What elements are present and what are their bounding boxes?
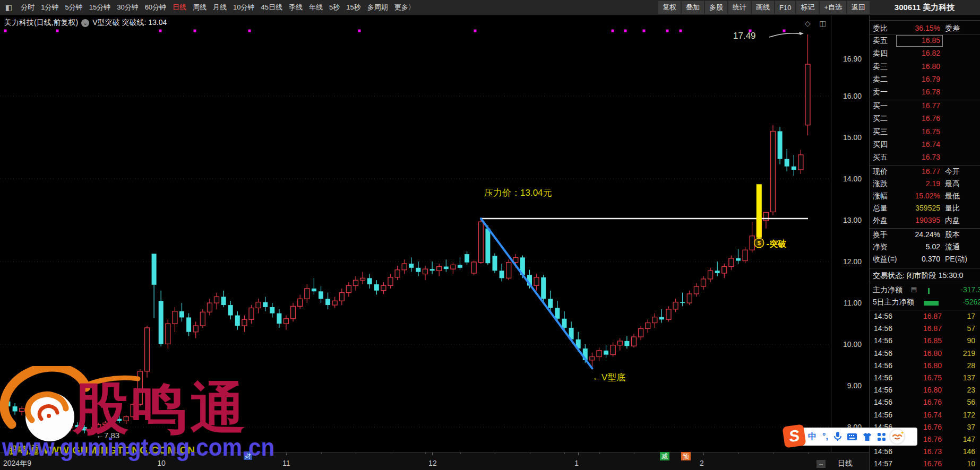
month-label: 1	[574, 459, 579, 467]
stat-right-label: 流通	[945, 242, 960, 252]
period-item-日线[interactable]: 日线	[173, 3, 186, 12]
ask-level-label: 卖三	[873, 62, 888, 72]
candle	[305, 284, 310, 303]
tick-price: 16.76	[912, 459, 942, 468]
period-item-分时[interactable]: 分时	[21, 3, 35, 12]
toolbox-grid-icon[interactable]	[878, 433, 886, 441]
ask-row[interactable]: 卖三16.80	[870, 62, 980, 74]
candle	[763, 212, 768, 228]
bid-row[interactable]: 买一16.77	[870, 101, 980, 113]
language-toggle-icon[interactable]: 中	[808, 431, 816, 442]
period-item-更多[interactable]: 更多〉	[394, 3, 415, 12]
period-item-多周期[interactable]: 多周期	[367, 3, 388, 12]
bid-price: 16.73	[922, 153, 940, 161]
month-label: 12	[428, 459, 437, 467]
price-axis-label: 16.90	[843, 55, 862, 63]
toolbar-button-叠加[interactable]: 叠加	[682, 1, 704, 14]
price-axis-label: 10.00	[843, 340, 862, 349]
period-item-月线[interactable]: 月线	[213, 3, 227, 12]
candle	[374, 280, 379, 294]
period-item-5秒[interactable]: 5秒	[329, 3, 340, 12]
flag-badge-减[interactable]: 减	[660, 452, 669, 460]
signal-dot	[624, 30, 627, 32]
ask-row[interactable]: 卖五16.85	[870, 36, 980, 48]
bid-row[interactable]: 买三16.75	[870, 127, 980, 139]
bid-level-label: 买三	[873, 127, 888, 137]
bid-row[interactable]: 买四16.74	[870, 140, 980, 152]
candle	[200, 309, 205, 328]
toolbar-button-多股[interactable]: 多股	[705, 1, 727, 14]
ask-row[interactable]: 卖一16.78	[870, 88, 980, 99]
period-item-年线[interactable]: 年线	[309, 3, 323, 12]
toolbar-button-统计[interactable]: 统计	[728, 1, 751, 14]
stat-value: 359525	[915, 204, 940, 212]
zoom-out-button[interactable]: --	[816, 460, 826, 468]
period-item-60分钟[interactable]: 60分钟	[145, 3, 166, 12]
assistant-face-icon[interactable]: ✦	[890, 429, 905, 444]
stat-row: 净资5.02流通	[870, 242, 980, 254]
minor-tick	[564, 452, 565, 454]
panel-divider	[870, 100, 980, 100]
input-method-toolbar: S 中 °, ✦	[785, 428, 917, 446]
window-icon[interactable]: ◧	[5, 3, 12, 12]
candle	[666, 306, 671, 321]
toolbar-button-画线[interactable]: 画线	[752, 1, 774, 14]
sogou-logo-icon[interactable]: S	[782, 424, 806, 448]
candle	[792, 155, 796, 176]
flow5-label: 5日主力净额	[873, 298, 914, 307]
toolbar-button-返回[interactable]: 返回	[847, 1, 870, 14]
stat-row: 总量359525量比	[870, 204, 980, 215]
period-item-15秒[interactable]: 15秒	[346, 3, 360, 12]
candle	[193, 321, 198, 338]
keyboard-icon[interactable]	[847, 433, 857, 440]
ask-row[interactable]: 卖二16.79	[870, 75, 980, 86]
breakout-marker-bar	[757, 184, 762, 238]
candle	[159, 291, 164, 346]
price-axis-label: 13.00	[843, 216, 862, 224]
period-item-季线[interactable]: 季线	[289, 3, 303, 12]
minor-tick	[634, 452, 634, 454]
v-bottom-label: ←V型底	[592, 371, 625, 384]
toolbar-button-标记[interactable]: 标记	[796, 1, 819, 14]
v-trend-line	[481, 219, 592, 368]
stat-value: 0.370	[922, 255, 940, 263]
candle	[451, 263, 455, 274]
candle	[659, 309, 664, 323]
flag-badge-预[interactable]: 预	[681, 452, 691, 460]
period-item-5分钟[interactable]: 5分钟	[65, 3, 82, 12]
list-icon[interactable]: ▤	[911, 285, 917, 293]
period-item-45日线[interactable]: 45日线	[261, 3, 282, 12]
minor-tick	[703, 452, 704, 454]
period-item-30分钟[interactable]: 30分钟	[117, 3, 138, 12]
stat-row: 换手24.24%股本	[870, 230, 980, 242]
candle	[360, 272, 365, 284]
candle	[604, 345, 608, 358]
toolbar-button-F10[interactable]: F10	[775, 1, 795, 14]
tick-volume: 137	[963, 373, 975, 382]
tick-volume: 90	[967, 336, 975, 345]
toolbar-button-复权[interactable]: 复权	[658, 1, 681, 14]
stat-right-label: PE(动)	[945, 255, 967, 264]
bid-price: 16.77	[922, 101, 940, 110]
microphone-icon[interactable]	[834, 432, 841, 441]
candle	[632, 334, 637, 348]
period-item-10分钟[interactable]: 10分钟	[233, 3, 254, 12]
chevron-down-icon[interactable]: ⌄	[81, 19, 89, 27]
skin-icon[interactable]	[863, 433, 872, 441]
diamond-icon[interactable]: ◇	[805, 19, 811, 28]
tick-time: 14:56	[874, 398, 892, 406]
flow5-value: -5262	[962, 298, 980, 306]
split-window-icon[interactable]: ◫	[819, 19, 826, 28]
period-item-15分钟[interactable]: 15分钟	[89, 3, 110, 12]
price-axis-label: 12.00	[843, 257, 862, 266]
period-item-1分钟[interactable]: 1分钟	[41, 3, 58, 12]
period-item-周线[interactable]: 周线	[193, 3, 207, 12]
ask-row[interactable]: 卖四16.82	[870, 49, 980, 60]
candle	[687, 291, 692, 305]
month-tick	[578, 452, 579, 455]
bid-row[interactable]: 买二16.76	[870, 114, 980, 126]
stat-row: 收益(≡)0.370PE(动)	[870, 255, 980, 266]
bid-row[interactable]: 买五16.73	[870, 153, 980, 164]
toolbar-button-+自选[interactable]: +自选	[820, 1, 846, 14]
punctuation-icon[interactable]: °,	[822, 432, 828, 441]
